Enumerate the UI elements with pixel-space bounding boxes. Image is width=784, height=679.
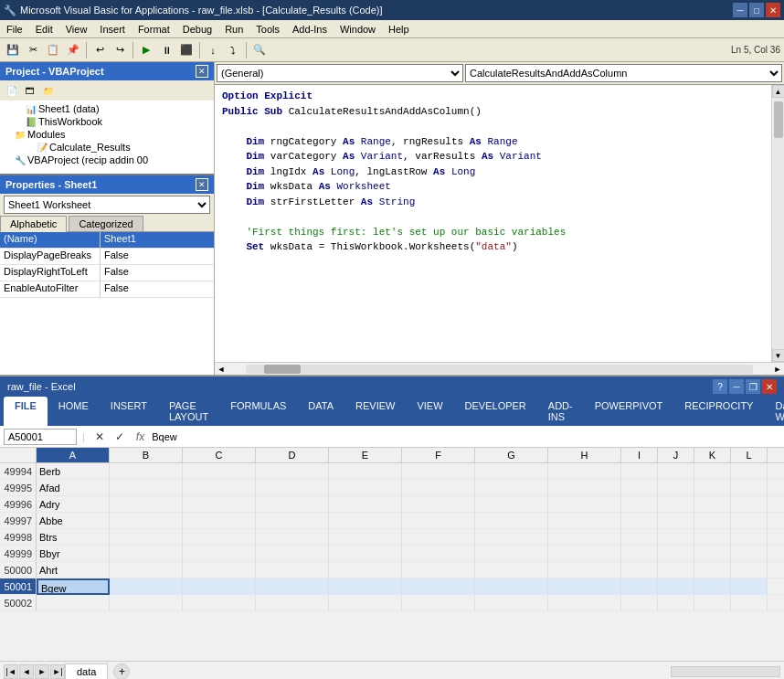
cell-49994-g[interactable]: [475, 463, 548, 480]
tab-home[interactable]: HOME: [48, 397, 100, 426]
tab-pagelayout[interactable]: PAGE LAYOUT: [158, 397, 219, 426]
col-header-b[interactable]: B: [110, 448, 183, 462]
hscroll-left-btn[interactable]: ◄: [215, 365, 228, 374]
excel-help-btn[interactable]: ?: [713, 379, 727, 394]
cell-50002-j[interactable]: [658, 595, 694, 611]
cell-49999-a[interactable]: Bbyr: [37, 546, 110, 562]
cell-49998-c[interactable]: [183, 529, 256, 546]
tb-run-btn[interactable]: ▶: [137, 41, 155, 59]
cell-49998-h[interactable]: [548, 529, 621, 546]
vscroll-down-btn[interactable]: ▼: [772, 349, 785, 362]
cell-49998-e[interactable]: [329, 529, 402, 546]
cell-49995-l[interactable]: [731, 480, 768, 496]
tree-item-workbook[interactable]: 📗 ThisWorkbook: [0, 115, 214, 128]
cell-49995-e[interactable]: [329, 480, 402, 496]
cell-50002-a[interactable]: [37, 595, 110, 611]
cell-49999-i[interactable]: [621, 546, 658, 562]
cell-49994-l[interactable]: [731, 463, 768, 480]
cell-49996-h[interactable]: [548, 496, 621, 513]
cell-49999-c[interactable]: [183, 546, 256, 562]
cell-50000-k[interactable]: [694, 562, 731, 578]
tab-addins[interactable]: ADD-INS: [537, 397, 584, 426]
tab-view[interactable]: VIEW: [406, 397, 453, 426]
cell-50001-e[interactable]: [329, 578, 402, 595]
tb-pause-btn[interactable]: ⏸: [157, 41, 175, 59]
cell-50002-f[interactable]: [402, 595, 475, 611]
props-panel-close[interactable]: ✕: [196, 178, 208, 191]
props-tab-categorized[interactable]: Categorized: [69, 216, 143, 231]
cell-49995-f[interactable]: [402, 480, 475, 496]
cell-49996-i[interactable]: [621, 496, 658, 513]
tb-undo-btn[interactable]: ↩: [90, 41, 109, 59]
excel-restore-btn[interactable]: ❐: [746, 379, 760, 394]
cell-49998-b[interactable]: [110, 529, 183, 546]
cell-50001-g[interactable]: [475, 578, 548, 595]
tab-insert[interactable]: INSERT: [100, 397, 158, 426]
cell-49996-d[interactable]: [256, 496, 329, 513]
cell-49996-j[interactable]: [658, 496, 694, 513]
cell-50000-j[interactable]: [658, 562, 694, 578]
cell-50002-i[interactable]: [621, 595, 658, 611]
cell-49994-h[interactable]: [548, 463, 621, 480]
hscroll-thumb[interactable]: [264, 365, 301, 374]
tb-stepover-btn[interactable]: ⤵: [224, 41, 242, 59]
cell-49995-c[interactable]: [183, 480, 256, 496]
menu-addins[interactable]: Add-Ins: [290, 24, 330, 35]
tb-find-btn[interactable]: 🔍: [250, 41, 269, 59]
cell-50000-l[interactable]: [731, 562, 768, 578]
cell-49995-b[interactable]: [110, 480, 183, 496]
cell-50000-a[interactable]: Ahrt: [37, 562, 110, 578]
cell-49995-g[interactable]: [475, 480, 548, 496]
sheet-nav-first[interactable]: |◄: [4, 664, 18, 679]
excel-close-btn[interactable]: ✕: [762, 379, 777, 394]
cell-49995-k[interactable]: [694, 480, 731, 496]
cell-49996-e[interactable]: [329, 496, 402, 513]
project-panel-close[interactable]: ✕: [196, 65, 208, 78]
menu-edit[interactable]: Edit: [33, 24, 56, 35]
menu-file[interactable]: File: [4, 24, 26, 35]
cell-50001-k[interactable]: [694, 578, 731, 595]
cell-50000-g[interactable]: [475, 562, 548, 578]
cell-50000-e[interactable]: [329, 562, 402, 578]
col-header-h[interactable]: H: [548, 448, 621, 462]
cell-50002-e[interactable]: [329, 595, 402, 611]
cell-49997-h[interactable]: [548, 513, 621, 529]
tree-item-modules[interactable]: 📁 Modules: [0, 128, 214, 141]
cell-49998-l[interactable]: [731, 529, 768, 546]
cell-49998-k[interactable]: [694, 529, 731, 546]
cell-49996-k[interactable]: [694, 496, 731, 513]
cell-49998-f[interactable]: [402, 529, 475, 546]
cell-49997-c[interactable]: [183, 513, 256, 529]
cell-50001-c[interactable]: [183, 578, 256, 595]
tab-powerpivot[interactable]: POWERPIVOT: [584, 397, 674, 426]
cell-49996-b[interactable]: [110, 496, 183, 513]
excel-minimize-btn[interactable]: ─: [729, 379, 744, 394]
name-box[interactable]: [4, 429, 77, 445]
cell-50001-h[interactable]: [548, 578, 621, 595]
cell-50000-i[interactable]: [621, 562, 658, 578]
cell-49994-f[interactable]: [402, 463, 475, 480]
cell-49999-l[interactable]: [731, 546, 768, 562]
tb-paste-btn[interactable]: 📌: [64, 41, 82, 59]
menu-help[interactable]: Help: [386, 24, 412, 35]
cell-50000-b[interactable]: [110, 562, 183, 578]
tree-item-calculate[interactable]: 📝 Calculate_Results: [0, 141, 214, 154]
col-header-l[interactable]: L: [731, 448, 768, 462]
cell-49996-l[interactable]: [731, 496, 768, 513]
col-header-e[interactable]: E: [329, 448, 402, 462]
tb-cut-btn[interactable]: ✂: [24, 41, 42, 59]
menu-window[interactable]: Window: [337, 24, 378, 35]
cell-50002-h[interactable]: [548, 595, 621, 611]
col-header-f[interactable]: F: [402, 448, 475, 462]
cell-49999-b[interactable]: [110, 546, 183, 562]
cell-50001-i[interactable]: [621, 578, 658, 595]
cell-49995-j[interactable]: [658, 480, 694, 496]
cell-49997-b[interactable]: [110, 513, 183, 529]
cell-49994-d[interactable]: [256, 463, 329, 480]
vbe-close-btn[interactable]: ✕: [766, 3, 780, 17]
cell-49996-f[interactable]: [402, 496, 475, 513]
cell-50002-l[interactable]: [731, 595, 768, 611]
tab-reciprocity[interactable]: RECIPROCITY: [673, 397, 764, 426]
proj-view-form-btn[interactable]: 🗔: [22, 82, 38, 99]
cell-49999-g[interactable]: [475, 546, 548, 562]
